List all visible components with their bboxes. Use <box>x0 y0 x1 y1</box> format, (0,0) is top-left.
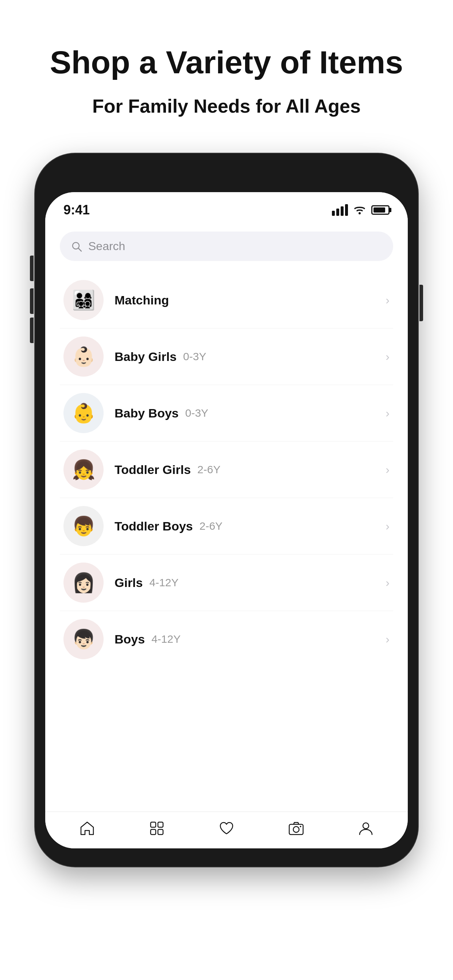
category-item-toddler-girls[interactable]: 👧 Toddler Girls 2-6Y › <box>60 442 393 498</box>
category-name-baby-boys: Baby Boys <box>115 406 179 420</box>
svg-point-0 <box>359 212 361 215</box>
chevron-icon-toddler-girls: › <box>386 463 389 477</box>
category-avatar-boys: 👦🏻 <box>64 619 104 659</box>
chevron-icon-toddler-boys: › <box>386 520 389 533</box>
category-info-boys: Boys 4-12Y <box>115 632 386 646</box>
chevron-icon-girls: › <box>386 576 389 590</box>
page-header: Shop a Variety of Items For Family Needs… <box>0 0 453 139</box>
grid-icon <box>148 819 166 837</box>
category-info-baby-boys: Baby Boys 0-3Y <box>115 406 386 420</box>
category-age-baby-boys: 0-3Y <box>185 407 208 419</box>
category-name-boys: Boys <box>115 632 145 646</box>
category-name-toddler-girls: Toddler Girls <box>115 463 191 477</box>
category-name-girls: Girls <box>115 576 143 590</box>
phone-mockup: 9:41 <box>35 153 418 867</box>
nav-profile[interactable] <box>357 819 375 837</box>
nav-wishlist[interactable] <box>217 819 236 837</box>
bottom-nav <box>45 811 408 848</box>
svg-point-9 <box>300 826 301 827</box>
status-icons <box>332 204 389 216</box>
search-placeholder: Search <box>88 240 125 253</box>
category-age-boys: 4-12Y <box>152 633 180 645</box>
category-avatar-baby-boys: 👶 <box>64 393 104 433</box>
svg-rect-7 <box>289 824 303 835</box>
page-title: Shop a Variety of Items <box>29 44 424 81</box>
nav-categories[interactable] <box>148 819 166 837</box>
category-item-baby-boys[interactable]: 👶 Baby Boys 0-3Y › <box>60 385 393 442</box>
category-list: 👨‍👩‍👧‍👦 Matching › 👶🏻 Baby Girls 0-3Y › … <box>60 272 393 667</box>
category-avatar-girls: 👩🏻 <box>64 563 104 603</box>
svg-line-2 <box>78 248 81 251</box>
svg-rect-3 <box>151 822 156 827</box>
status-time: 9:41 <box>64 202 90 218</box>
phone-frame: 9:41 <box>35 153 418 867</box>
chevron-icon-matching: › <box>386 293 389 307</box>
signal-icon <box>332 204 348 216</box>
heart-icon <box>217 819 236 837</box>
category-name-baby-girls: Baby Girls <box>115 350 177 364</box>
category-avatar-toddler-boys: 👦 <box>64 506 104 546</box>
chevron-icon-baby-girls: › <box>386 350 389 363</box>
search-icon <box>71 240 83 252</box>
category-avatar-matching: 👨‍👩‍👧‍👦 <box>64 280 104 320</box>
category-info-matching: Matching <box>115 293 386 307</box>
category-item-toddler-boys[interactable]: 👦 Toddler Boys 2-6Y › <box>60 498 393 555</box>
nav-home[interactable] <box>78 819 96 837</box>
category-info-baby-girls: Baby Girls 0-3Y <box>115 350 386 364</box>
category-age-girls: 4-12Y <box>149 576 179 589</box>
category-item-matching[interactable]: 👨‍👩‍👧‍👦 Matching › <box>60 272 393 328</box>
category-item-baby-girls[interactable]: 👶🏻 Baby Girls 0-3Y › <box>60 328 393 385</box>
category-item-girls[interactable]: 👩🏻 Girls 4-12Y › <box>60 555 393 611</box>
person-icon <box>357 819 375 837</box>
svg-rect-6 <box>158 829 163 835</box>
nav-scan[interactable] <box>287 819 305 837</box>
page-subtitle: For Family Needs for All Ages <box>29 95 424 117</box>
category-info-girls: Girls 4-12Y <box>115 576 386 590</box>
camera-icon <box>287 819 305 837</box>
category-age-baby-girls: 0-3Y <box>183 350 206 363</box>
svg-point-8 <box>293 827 299 832</box>
screen-content: Search 👨‍👩‍👧‍👦 Matching › 👶🏻 Baby Girls … <box>45 224 408 711</box>
category-age-toddler-girls: 2-6Y <box>197 463 220 476</box>
category-avatar-toddler-girls: 👧 <box>64 450 104 490</box>
category-info-toddler-boys: Toddler Boys 2-6Y <box>115 519 386 533</box>
category-item-boys[interactable]: 👦🏻 Boys 4-12Y › <box>60 611 393 667</box>
chevron-icon-baby-boys: › <box>386 407 389 420</box>
category-avatar-baby-girls: 👶🏻 <box>64 337 104 377</box>
category-name-toddler-boys: Toddler Boys <box>115 519 193 533</box>
svg-point-10 <box>363 823 369 829</box>
chevron-icon-boys: › <box>386 633 389 646</box>
search-bar[interactable]: Search <box>60 232 393 261</box>
category-age-toddler-boys: 2-6Y <box>199 520 222 532</box>
wifi-icon <box>353 205 366 215</box>
svg-rect-4 <box>158 822 163 827</box>
phone-notch <box>183 172 270 185</box>
phone-screen: 9:41 <box>45 192 408 848</box>
battery-icon <box>371 205 389 215</box>
category-info-toddler-girls: Toddler Girls 2-6Y <box>115 463 386 477</box>
status-bar: 9:41 <box>45 192 408 224</box>
home-icon <box>78 819 96 837</box>
svg-rect-5 <box>151 829 156 835</box>
category-name-matching: Matching <box>115 293 169 307</box>
